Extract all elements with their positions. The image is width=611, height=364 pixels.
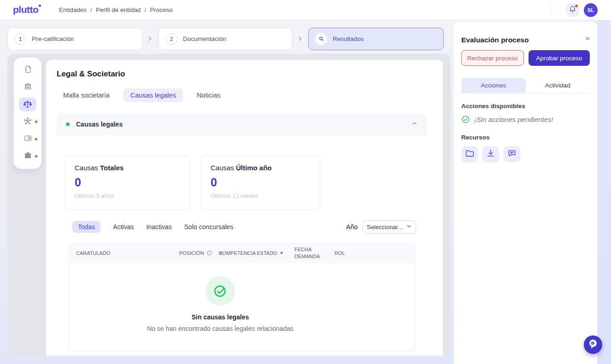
sidebar-item-document[interactable] <box>14 64 41 77</box>
header-divider <box>552 5 552 16</box>
collapse-panel-icon[interactable]: » <box>586 34 590 42</box>
check-circle-icon <box>206 276 235 306</box>
stat-title: Causas Último año <box>211 164 311 172</box>
document-icon <box>24 65 32 75</box>
column-header-estado[interactable]: ESTADO ▼ <box>257 243 294 263</box>
status-dot <box>66 122 70 126</box>
notification-dot <box>35 155 37 157</box>
breadcrumb-item-entidades[interactable]: Entidades <box>59 6 87 13</box>
download-icon <box>486 149 495 160</box>
step-pre-calificacion[interactable]: 1 Pre-calificación <box>7 28 142 50</box>
chat-fab-button[interactable] <box>584 335 602 354</box>
tab-malla-societaria[interactable]: Malla societaria <box>63 88 110 102</box>
breadcrumb: Entidades / Perfil de entidad / Proceso <box>59 6 173 13</box>
logo-text: plutto <box>13 4 38 15</box>
filter-row: Todas Activas Inactivas Solo concursales… <box>72 220 416 234</box>
year-filter-group: Año Seleccionar... <box>346 220 416 234</box>
scales-icon <box>19 98 36 111</box>
download-resource-button[interactable] <box>482 146 499 162</box>
column-header-rol: ROL <box>335 243 361 263</box>
actions-heading: Acciones disponibles <box>461 103 590 110</box>
breadcrumb-separator: / <box>90 6 92 13</box>
sidebar-item-briefcase[interactable] <box>14 150 41 163</box>
filter-inactivas[interactable]: Inactivas <box>146 223 171 231</box>
sidebar-item-legal[interactable] <box>14 98 41 111</box>
step-label: Pre-calificación <box>32 35 74 42</box>
filter-activas[interactable]: Activas <box>113 223 134 231</box>
evaluation-tabs: Acciones Actividad <box>461 78 590 93</box>
evaluation-panel-header: Evaluación proceso » <box>461 36 590 44</box>
user-avatar[interactable]: SL <box>584 3 598 17</box>
briefcase-icon <box>24 151 32 162</box>
reject-process-button[interactable]: Rechazar proceso <box>461 50 524 66</box>
folder-resource-button[interactable] <box>461 146 478 162</box>
evaluation-buttons: Rechazar proceso Aprobar proceso <box>461 50 590 66</box>
breadcrumb-item-perfil[interactable]: Perfil de entidad <box>96 6 141 13</box>
right-edge-strip <box>597 20 611 364</box>
causas-legales-section-header[interactable]: Causas legales <box>57 113 427 135</box>
step-resultados[interactable]: Resultados <box>308 28 444 50</box>
breadcrumb-item-proceso[interactable]: Proceso <box>150 6 173 13</box>
chevron-right-icon <box>296 35 304 44</box>
resources-row <box>461 146 590 162</box>
filter-tabs: Todas Activas Inactivas Solo concursales <box>72 221 233 233</box>
column-header-posicion: POSICIÓN <box>179 243 220 263</box>
sidebar-item-institution[interactable] <box>14 81 41 94</box>
year-label: Año <box>346 223 358 231</box>
section-icon-rail <box>14 58 41 169</box>
plutto-logo[interactable]: plutto <box>13 4 38 15</box>
table-body: Sin causas legales No se han encontrado … <box>69 263 415 351</box>
causas-totales-card: Causas Totales 0 Últimos 5 años <box>65 156 190 210</box>
column-header-fecha-demanda: FECHA DEMANDA <box>294 243 335 263</box>
search-icon <box>315 33 327 45</box>
stat-caption: Últimos 5 años <box>75 192 180 199</box>
section-title: Causas legales <box>76 121 123 128</box>
main-container: Legal & Societario Malla societaria Caus… <box>7 54 451 356</box>
info-icon[interactable] <box>206 250 212 256</box>
sidebar-item-wallet[interactable] <box>14 133 41 146</box>
year-select[interactable]: Seleccionar... <box>363 220 416 234</box>
table-header-row: CARATULADO POSICIÓN ▾ COMPETENCIA ESTADO… <box>69 243 415 263</box>
filter-solo-concursales[interactable]: Solo concursales <box>184 223 234 231</box>
causas-table: CARATULADO POSICIÓN ▾ COMPETENCIA ESTADO… <box>69 243 415 351</box>
evaluation-title: Evaluación proceso <box>461 36 529 44</box>
chevron-down-icon <box>406 223 412 231</box>
no-pending-actions: ¡Sin acciones pendientes! <box>461 115 590 124</box>
no-pending-message: ¡Sin acciones pendientes! <box>474 116 553 123</box>
content-tabs: Malla societaria Causas legales Noticias <box>63 88 220 102</box>
bank-icon <box>24 82 32 92</box>
comment-icon <box>507 149 517 160</box>
stat-value: 0 <box>75 176 180 189</box>
breadcrumb-separator: / <box>144 6 146 13</box>
dropdown-caret-icon: ▼ <box>279 251 283 255</box>
empty-state: Sin causas legales No se han encontrado … <box>69 276 371 332</box>
notifications-button[interactable] <box>565 3 580 17</box>
column-header-competencia[interactable]: ▾ COMPETENCIA <box>220 243 259 263</box>
filter-todas[interactable]: Todas <box>72 221 100 233</box>
sidebar-item-network[interactable] <box>14 115 41 128</box>
stat-caption: Últimos 12 meses <box>211 192 311 199</box>
step-documentacion[interactable]: 2 Documentación <box>159 28 292 50</box>
stat-value: 0 <box>211 176 311 189</box>
causas-ultimo-ano-card: Causas Último año 0 Últimos 12 meses <box>201 156 320 210</box>
column-header-caratulado: CARATULADO <box>69 243 179 263</box>
tab-acciones[interactable]: Acciones <box>461 78 526 93</box>
evaluation-panel: Evaluación proceso » Rechazar proceso Ap… <box>454 22 597 364</box>
chevron-up-icon[interactable] <box>411 120 418 129</box>
network-icon <box>23 116 32 127</box>
column-header-empty <box>361 243 415 263</box>
chat-bubble-icon <box>587 338 599 352</box>
approve-process-button[interactable]: Aprobar proceso <box>529 50 590 66</box>
comment-resource-button[interactable] <box>504 146 520 162</box>
legal-societario-card: Legal & Societario Malla societaria Caus… <box>46 60 443 356</box>
step-label: Documentación <box>183 35 226 42</box>
top-bar: plutto Entidades / Perfil de entidad / P… <box>0 0 611 20</box>
tab-causas-legales[interactable]: Causas legales <box>123 88 183 102</box>
app-window: plutto Entidades / Perfil de entidad / P… <box>0 0 611 364</box>
avatar-initials: SL <box>588 7 594 13</box>
logo-dot <box>39 5 41 7</box>
page-title: Legal & Societario <box>57 69 125 79</box>
tab-actividad[interactable]: Actividad <box>526 78 590 93</box>
folder-icon <box>465 149 475 160</box>
tab-noticias[interactable]: Noticias <box>197 88 221 102</box>
